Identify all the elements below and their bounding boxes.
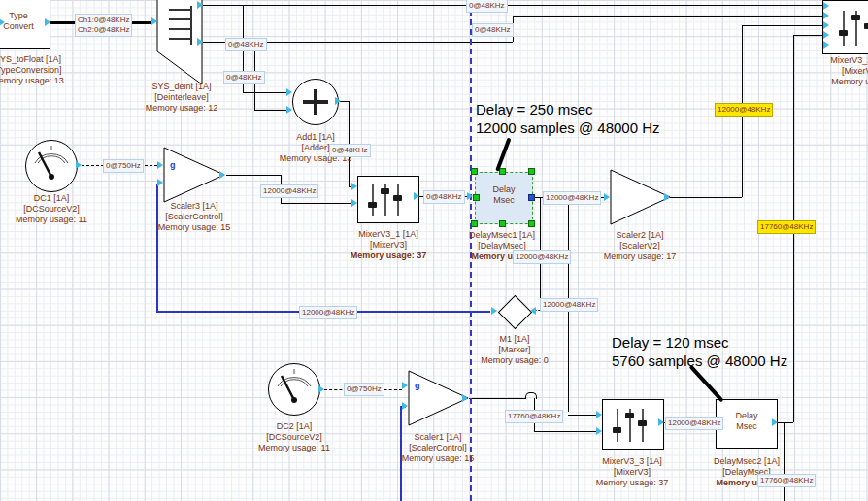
input-port-icon [823,12,829,19]
wire-label[interactable]: 12000@48KHz [260,184,318,198]
input-port-icon [351,199,357,207]
block-inner-label: Delay Msec [717,411,777,432]
output-port-handle[interactable] [528,194,535,201]
wire-label[interactable]: 17760@48KHz [505,410,563,423]
wire-label-highlighted[interactable]: 17760@48KHz [757,220,816,234]
output-port-icon [197,38,203,46]
annotation-pointer-line [495,138,511,172]
selection-handle[interactable] [471,220,478,227]
output-port-icon [530,307,536,315]
block-caption: DC1 [1A] [DCSourceV2] Memory usage: 11 [0,193,115,225]
fader-icon [843,11,845,46]
block-inner-label: Delay Msec [476,184,532,206]
input-port-icon [402,402,408,410]
block-caption: Scaler2 [1A] [ScalerV2] Memory usage: 17 [577,230,703,262]
wire-label[interactable]: 17760@48KHz [757,474,816,487]
deinterleave-icon-line [169,28,190,30]
wire-segment [568,415,596,416]
annotation-pointer-line [689,365,724,403]
block-caption: Scaler3 [1A] [ScalerControl] Memory usag… [131,201,257,233]
output-port-icon [414,192,419,200]
wire-label[interactable]: 12000@48KHz [665,417,723,430]
input-port-icon [823,31,829,39]
input-port-icon [151,17,157,25]
selection-handle[interactable] [528,168,535,175]
fader-knob-icon [368,202,377,208]
block-marker-m1[interactable] [498,295,532,329]
wire-label[interactable]: 12000@48KHz [540,298,598,312]
wire-segment [203,5,823,6]
block-scaler-3[interactable] [163,147,227,203]
block-delay-msec-1[interactable]: Delay Msec [475,172,533,224]
block-caption: SYS_deint [1A] [Deinterleave] Memory usa… [118,82,245,114]
wire-label[interactable]: 0@750Hz [344,383,384,396]
wire-label[interactable]: 12000@48KHz [299,306,357,319]
wire-label[interactable]: 12000@48KHz [513,250,571,264]
selection-handle[interactable] [471,168,478,175]
output-port-icon [772,418,778,426]
block-delay-msec-2[interactable]: Delay Msec [716,399,778,449]
wire-label[interactable]: 0@48KHz [423,190,465,204]
wire-label[interactable]: 12000@48KHz [543,191,601,205]
wire-crossover-hop [525,392,537,399]
fader-knob-icon [638,420,647,426]
schematic-canvas: { "blocks": { "typeconvert": {"inner_lin… [0,0,868,501]
block-mixer-3[interactable] [602,399,664,450]
input-port-icon [823,2,829,10]
block-caption: MixerV3_2 [1A] [MixerV3] Memory usage [797,55,868,87]
block-inner-label: Type Convert [0,11,50,32]
selection-handle[interactable] [499,168,506,175]
block-caption: MixerV3_3 [1A] [MixerV3] Memory usage: 3… [569,456,695,488]
input-port-icon [157,179,163,186]
fader-icon [372,184,374,216]
block-scaler-2[interactable] [610,169,672,225]
fader-icon [617,409,618,442]
wire-segment [793,35,823,36]
deinterleave-icon [190,6,192,45]
annotation-delay-120[interactable]: Delay = 120 msec 5760 samples @ 48000 Hz [612,333,787,370]
selection-handle[interactable] [528,220,535,227]
output-port-icon [45,18,50,26]
wire-label-highlighted[interactable]: 12000@48KHz [715,103,773,117]
gain-input-port-icon [157,161,163,169]
output-port-icon [219,171,225,179]
gauge-icon [268,363,320,416]
wire-label[interactable]: 0@48KHz [472,23,514,37]
input-port-icon [823,41,829,49]
wire-segment [469,398,525,399]
gain-label: g [170,160,176,170]
wire-label[interactable]: 0@48KHz [223,71,265,84]
block-mixer-1[interactable] [357,176,419,223]
wire-segment [742,25,823,26]
deinterleave-icon-line [169,18,190,20]
wire-label[interactable]: 0@48KHz [225,38,267,51]
block-mixer-2[interactable] [822,0,868,54]
block-caption: Scaler1 [1A] [ScalerControl] Memory usag… [375,432,501,464]
wire-label[interactable]: 0@750Hz [103,159,144,173]
gauge-icon [25,140,78,192]
wire-label[interactable]: Ch1:0@48KHz Ch2:0@48KHz [75,14,132,37]
fader-knob-icon [851,15,860,20]
block-type-convert[interactable]: Type Convert [0,0,50,49]
output-port-icon [664,193,670,201]
wire-segment [670,197,742,198]
selection-handle[interactable] [499,220,506,227]
output-port-icon [462,394,468,402]
gain-input-port-icon [402,382,408,389]
wire-segment [243,92,286,93]
wire-label[interactable]: 0@48KHz [329,144,371,157]
annotation-delay-250[interactable]: Delay = 250 msec 12000 samples @ 48000 H… [476,100,660,137]
fader-knob-icon [613,427,621,433]
fader-knob-icon [864,23,868,29]
wire-segment [226,175,281,176]
selection-handle[interactable] [473,194,480,201]
output-port-icon [197,1,203,9]
block-caption: SYS_toFloat [1A] [TypeConversion] Memory… [0,54,114,86]
block-scaler-1[interactable] [408,370,470,426]
wire-segment [513,16,823,17]
input-port-icon [604,193,610,201]
wire-segment [534,431,596,432]
wire-label[interactable]: 0@48KHz [466,0,508,13]
fader-knob-icon [625,413,634,418]
wire-segment [254,110,286,111]
